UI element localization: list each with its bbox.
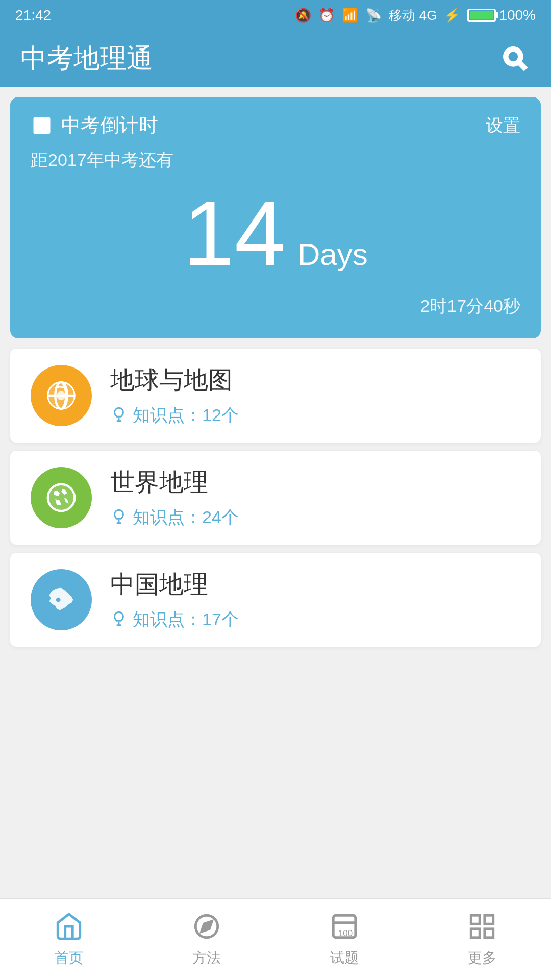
svg-marker-17 xyxy=(202,921,212,931)
svg-rect-24 xyxy=(485,928,493,937)
grid-icon xyxy=(467,912,497,943)
item-title-world-geo: 世界地理 xyxy=(110,466,520,499)
countdown-title: 中考倒计时 xyxy=(61,112,158,138)
countdown-settings-button[interactable]: 设置 xyxy=(486,114,520,137)
item-count-china-geo: 知识点：17个 xyxy=(133,608,239,631)
item-count-earth-map: 知识点：12个 xyxy=(133,404,239,427)
item-icon-world-geo xyxy=(31,467,92,528)
countdown-card: 中考倒计时 设置 距2017年中考还有 14 Days 2时17分40秒 xyxy=(10,97,541,338)
status-time: 21:42 xyxy=(15,7,51,23)
svg-text:100: 100 xyxy=(338,928,353,938)
nav-item-questions[interactable]: 100 试题 xyxy=(276,903,413,976)
app-title: 中考地理通 xyxy=(20,41,153,77)
nav-item-home[interactable]: 首页 xyxy=(0,903,138,976)
item-info-world-geo: 世界地理 知识点：24个 xyxy=(110,466,520,529)
countdown-days-display: 14 Days xyxy=(31,187,520,279)
content-area: 地球与地图 知识点：12个 xyxy=(0,338,551,657)
svg-point-9 xyxy=(57,391,66,400)
search-button[interactable] xyxy=(500,43,531,74)
battery-bar xyxy=(467,9,496,22)
item-icon-earth-map xyxy=(31,365,92,426)
item-count-world-geo: 知识点：24个 xyxy=(133,506,239,529)
item-info-china-geo: 中国地理 知识点：17个 xyxy=(110,568,520,631)
nav-label-more: 更多 xyxy=(468,948,496,968)
item-meta-china-geo: 知识点：17个 xyxy=(110,608,520,631)
alarm-icon: ⏰ xyxy=(318,8,335,23)
item-meta-earth-map: 知识点：12个 xyxy=(110,404,520,427)
lightbulb-icon-3 xyxy=(110,610,128,629)
battery-percent: 100% xyxy=(499,7,536,23)
nav-label-home: 首页 xyxy=(55,948,83,968)
lightbulb-icon-1 xyxy=(110,406,128,425)
item-title-earth-map: 地球与地图 xyxy=(110,364,520,397)
status-icons: 🔕 ⏰ 📶 📡 移动 4G ⚡ 100% xyxy=(295,7,536,24)
svg-rect-21 xyxy=(471,915,480,924)
wifi-icon: 📶 xyxy=(342,8,358,23)
bottom-nav: 首页 方法 100 试题 xyxy=(0,898,551,980)
list-item-china-geo[interactable]: 中国地理 知识点：17个 xyxy=(10,553,541,647)
svg-line-1 xyxy=(519,62,526,69)
item-title-china-geo: 中国地理 xyxy=(110,568,520,601)
countdown-subtitle: 距2017年中考还有 xyxy=(31,149,520,172)
app-header: 中考地理通 xyxy=(0,31,551,87)
battery-fill xyxy=(470,11,493,19)
nav-item-more[interactable]: 更多 xyxy=(413,903,551,976)
svg-rect-23 xyxy=(471,928,480,937)
countdown-time: 2时17分40秒 xyxy=(31,295,520,318)
status-bar: 21:42 🔕 ⏰ 📶 📡 移动 4G ⚡ 100% xyxy=(0,0,551,31)
carrier-label: 移动 4G xyxy=(389,7,437,24)
item-meta-world-geo: 知识点：24个 xyxy=(110,506,520,529)
svg-rect-2 xyxy=(34,117,51,134)
nav-label-questions: 试题 xyxy=(330,948,359,968)
countdown-header: 中考倒计时 设置 xyxy=(31,112,520,138)
svg-point-14 xyxy=(56,598,61,602)
search-icon xyxy=(503,46,528,71)
lightbulb-icon-2 xyxy=(110,508,128,527)
charging-icon: ⚡ xyxy=(444,8,460,23)
calendar-icon xyxy=(31,113,53,138)
svg-point-0 xyxy=(506,49,520,64)
questions-icon: 100 xyxy=(330,912,359,943)
countdown-title-group: 中考倒计时 xyxy=(31,112,158,138)
signal-icon: 📡 xyxy=(365,8,382,23)
battery-container: 100% xyxy=(467,7,536,23)
list-item-world-geo[interactable]: 世界地理 知识点：24个 xyxy=(10,451,541,545)
list-item-earth-map[interactable]: 地球与地图 知识点：12个 xyxy=(10,349,541,443)
item-icon-china-geo xyxy=(31,569,92,630)
countdown-number: 14 xyxy=(183,182,285,284)
nav-label-method: 方法 xyxy=(192,948,221,968)
compass-icon xyxy=(192,912,221,943)
home-icon xyxy=(54,912,84,943)
svg-rect-22 xyxy=(485,915,493,924)
countdown-days-label: Days xyxy=(298,237,368,272)
nav-item-method[interactable]: 方法 xyxy=(138,903,276,976)
item-info-earth-map: 地球与地图 知识点：12个 xyxy=(110,364,520,427)
mute-icon: 🔕 xyxy=(295,8,311,23)
